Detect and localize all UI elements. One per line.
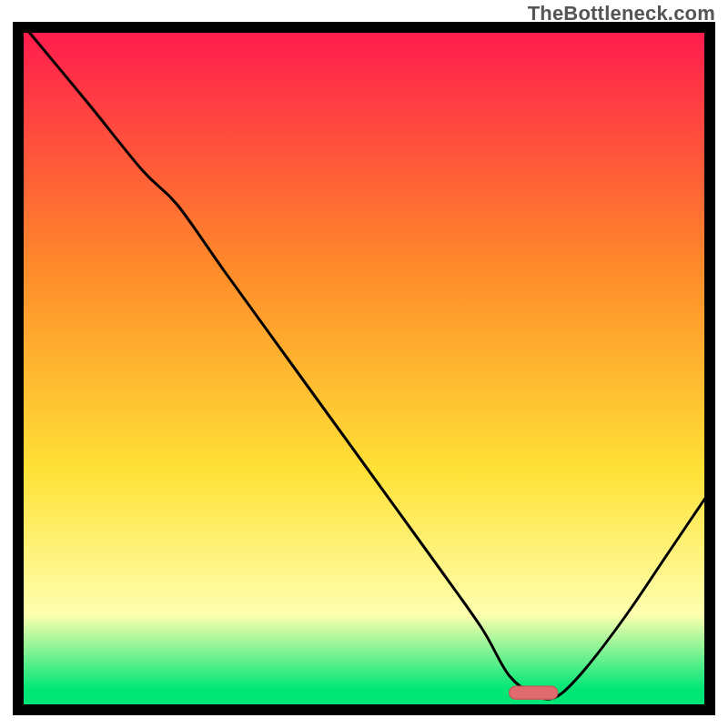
chart-container: { "watermark": "TheBottleneck.com", "col… <box>0 0 728 728</box>
gradient-background <box>18 27 710 710</box>
watermark-text: TheBottleneck.com <box>528 2 715 25</box>
optimum-marker <box>510 686 558 699</box>
bottleneck-chart <box>0 0 728 728</box>
